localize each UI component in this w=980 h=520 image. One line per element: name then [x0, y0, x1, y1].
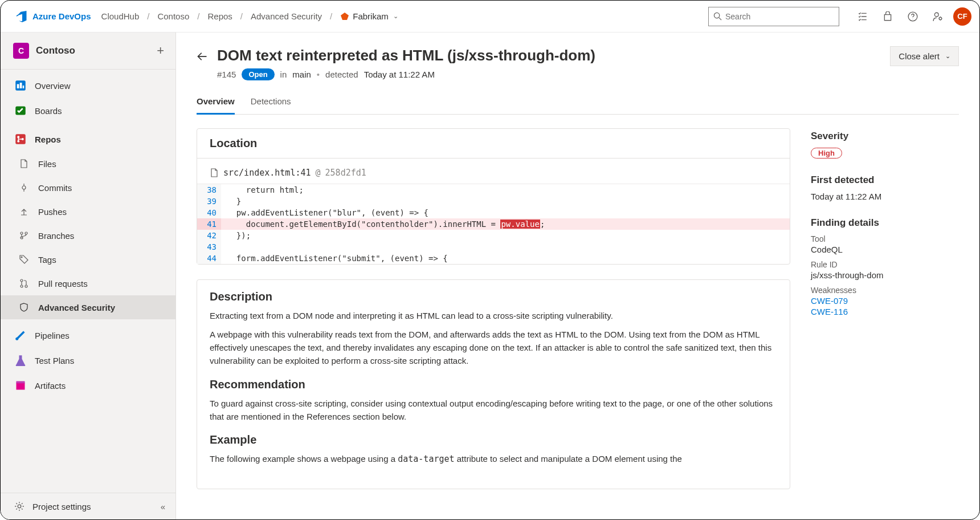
crumb-sep: /: [147, 11, 149, 21]
nav-files[interactable]: Files: [1, 152, 175, 176]
brand-text: Azure DevOps: [32, 11, 91, 21]
close-alert-label: Close alert: [899, 51, 940, 61]
back-button[interactable]: [197, 51, 208, 64]
sidebar-nav: Overview Boards Repos Files Commits Pu: [1, 70, 175, 398]
test-plans-icon: [14, 355, 27, 366]
nav-tags[interactable]: Tags: [1, 247, 175, 271]
nav-boards[interactable]: Boards: [1, 98, 175, 123]
nav-tags-label: Tags: [38, 255, 56, 265]
user-settings-icon[interactable]: [933, 11, 943, 22]
repos-icon: [14, 133, 27, 145]
project-settings-link[interactable]: Project settings: [14, 501, 91, 511]
recommendation-paragraph: To guard against cross-site scripting, c…: [210, 397, 777, 424]
branch-name: main: [292, 70, 311, 79]
crumb-sep: /: [330, 11, 332, 21]
crumb-subarea[interactable]: Advanced Security: [251, 11, 322, 21]
nav-pipelines[interactable]: Pipelines: [1, 323, 175, 348]
nav-files-label: Files: [38, 159, 56, 169]
finding-details-heading: Finding details: [811, 217, 959, 229]
crumb-area[interactable]: Repos: [207, 11, 232, 21]
collapse-sidebar-icon[interactable]: «: [161, 502, 165, 511]
in-label: in: [280, 70, 287, 79]
crumb-sep: /: [240, 11, 243, 21]
crumb-sep: /: [197, 11, 199, 21]
search-box[interactable]: [708, 7, 839, 26]
search-input[interactable]: [725, 12, 834, 21]
svg-point-21: [25, 285, 27, 287]
svg-point-14: [22, 186, 26, 189]
project-name[interactable]: Contoso: [36, 45, 75, 56]
nav-pull-requests[interactable]: Pull requests: [1, 271, 175, 295]
crumb-repo[interactable]: Fabrikam ⌄: [340, 11, 398, 21]
code-snippet: 38 return html; 39 } 40 pw.addEventListe…: [197, 184, 790, 264]
shopping-bag-icon[interactable]: [883, 11, 893, 22]
add-button[interactable]: +: [157, 43, 164, 58]
tab-detections[interactable]: Detections: [251, 93, 291, 114]
code-line: 38 return html;: [197, 184, 790, 196]
first-detected-value: Today at 11:22 AM: [811, 192, 959, 201]
help-icon[interactable]: [908, 11, 918, 22]
nav-branches[interactable]: Branches: [1, 224, 175, 247]
svg-rect-24: [17, 381, 25, 384]
repo-icon: [340, 12, 349, 21]
shield-icon: [18, 303, 30, 312]
brand-logo[interactable]: Azure DevOps: [17, 11, 91, 22]
nav-commits[interactable]: Commits: [1, 176, 175, 200]
alert-subline: #145 Open in main • detected Today at 11…: [217, 68, 881, 80]
weaknesses-label: Weaknesses: [811, 286, 959, 295]
file-icon: [210, 168, 219, 177]
description-heading: Description: [210, 290, 777, 303]
close-alert-button[interactable]: Close alert ⌄: [890, 46, 959, 66]
commit-sha: 258d2fd1: [325, 168, 366, 178]
code-line: 42 });: [197, 230, 790, 241]
svg-point-25: [18, 505, 21, 508]
nav-overview[interactable]: Overview: [1, 73, 175, 98]
nav-branches-label: Branches: [38, 231, 74, 241]
file-path: src/index.html:41: [223, 168, 311, 178]
first-detected-heading: First detected: [811, 174, 959, 186]
details-sidebar: Severity High First detected Today at 11…: [811, 128, 959, 505]
alert-number: #145: [217, 70, 236, 79]
cwe-link[interactable]: CWE-079: [811, 296, 959, 306]
description-paragraph: A webpage with this vulnerability reads …: [210, 328, 777, 368]
code-line: 39 }: [197, 196, 790, 207]
arrow-left-icon: [197, 51, 208, 62]
nav-test-plans[interactable]: Test Plans: [1, 348, 175, 373]
rule-id-label: Rule ID: [811, 260, 959, 269]
severity-heading: Severity: [811, 131, 959, 142]
sidebar-footer: Project settings «: [1, 493, 175, 519]
overview-icon: [14, 80, 27, 91]
checklist-icon[interactable]: [858, 11, 868, 22]
top-icons: [858, 11, 943, 22]
nav-pushes[interactable]: Pushes: [1, 200, 175, 224]
status-badge: Open: [242, 68, 274, 80]
nav-repos-label: Repos: [35, 135, 61, 144]
svg-point-4: [939, 17, 942, 20]
top-bar: Azure DevOps CloudHub / Contoso / Repos …: [1, 1, 979, 32]
svg-point-19: [21, 279, 23, 282]
svg-point-20: [21, 285, 23, 287]
file-path-row[interactable]: src/index.html:41 @ 258d2fd1: [197, 159, 790, 184]
nav-repos[interactable]: Repos: [1, 127, 175, 152]
crumb-project[interactable]: Contoso: [157, 11, 189, 21]
location-card: Location src/index.html:41 @ 258d2fd1 38…: [197, 128, 790, 265]
files-icon: [18, 159, 30, 168]
cwe-link[interactable]: CWE-116: [811, 307, 959, 316]
search-icon: [713, 12, 722, 21]
nav-artifacts[interactable]: Artifacts: [1, 373, 175, 398]
azure-devops-icon: [17, 11, 28, 22]
description-paragraph: Extracting text from a DOM node and inte…: [210, 309, 777, 322]
svg-point-17: [25, 232, 27, 234]
breadcrumbs: CloudHub / Contoso / Repos / Advanced Se…: [101, 11, 398, 21]
highlighted-token: pw.value: [500, 220, 540, 229]
rule-id-value: js/xss-through-dom: [811, 270, 959, 280]
tab-overview[interactable]: Overview: [197, 93, 235, 115]
commit-at: @: [316, 168, 321, 178]
alert-title: DOM text reinterpreted as HTML (js/xss-t…: [217, 46, 881, 65]
crumb-org[interactable]: CloudHub: [101, 11, 140, 21]
nav-advanced-security-label: Advanced Security: [38, 303, 115, 312]
nav-advanced-security[interactable]: Advanced Security: [1, 295, 175, 319]
nav-overview-label: Overview: [35, 81, 71, 91]
svg-rect-6: [17, 84, 19, 89]
user-avatar[interactable]: CF: [953, 7, 971, 26]
